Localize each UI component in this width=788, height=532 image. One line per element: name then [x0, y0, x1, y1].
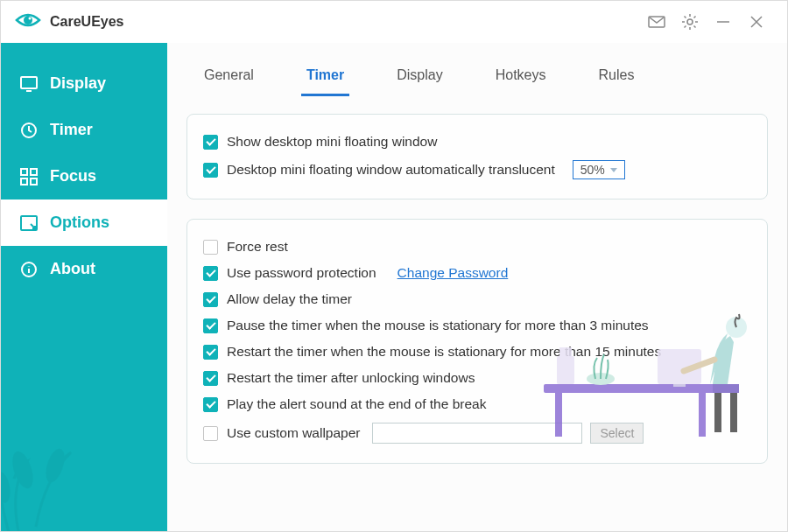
sidebar-item-display[interactable]: Display	[1, 60, 167, 107]
link-change-password[interactable]: Change Password	[398, 265, 509, 281]
tab-general[interactable]: General	[199, 60, 259, 96]
label-play-alert: Play the alert sound at the end of the b…	[227, 396, 486, 412]
svg-rect-10	[21, 169, 27, 175]
panel-timer-options: Force rest Use password protection Chang…	[186, 219, 768, 464]
svg-point-19	[42, 446, 67, 485]
label-allow-delay: Allow delay the timer	[227, 291, 352, 307]
svg-point-20	[1, 471, 12, 504]
tab-rules[interactable]: Rules	[593, 60, 639, 96]
sidebar-item-focus[interactable]: Focus	[1, 153, 167, 200]
checkbox-play-alert[interactable]	[203, 397, 218, 412]
titlebar: CareUEyes	[1, 1, 787, 43]
svg-rect-7	[21, 77, 37, 88]
label-force-rest: Force rest	[227, 239, 288, 255]
monitor-icon	[20, 75, 38, 93]
label-password-protection: Use password protection	[227, 265, 376, 281]
tab-hotkeys[interactable]: Hotkeys	[490, 60, 552, 96]
panel-floating-window: Show desktop mini floating window Deskto…	[186, 114, 768, 200]
svg-point-0	[24, 16, 32, 24]
label-restart-unlock: Restart the timer after unlocking window…	[227, 370, 475, 386]
checkbox-restart-stationary[interactable]	[203, 345, 218, 360]
settings-button[interactable]	[673, 5, 707, 38]
svg-rect-12	[21, 178, 27, 185]
sidebar: Display Timer Focus Options	[1, 43, 167, 531]
tab-display[interactable]: Display	[391, 60, 447, 96]
select-opacity[interactable]: 50%	[573, 160, 625, 179]
checkbox-pause-stationary[interactable]	[203, 318, 218, 333]
label-restart-stationary: Restart the timer when the mouse is stat…	[227, 344, 661, 360]
sidebar-item-label: Options	[50, 214, 109, 232]
checkbox-allow-delay[interactable]	[203, 292, 218, 307]
label-pause-stationary: Pause the timer when the mouse is statio…	[227, 318, 649, 333]
checkbox-password-protection[interactable]	[203, 266, 218, 281]
app-title: CareUEyes	[50, 14, 124, 30]
sidebar-item-label: Timer	[50, 121, 93, 139]
sidebar-item-label: About	[50, 260, 95, 278]
sidebar-item-options[interactable]: Options	[1, 200, 167, 246]
minimize-button[interactable]	[707, 5, 740, 38]
label-show-mini: Show desktop mini floating window	[227, 134, 437, 150]
chevron-down-icon	[610, 168, 617, 172]
svg-point-18	[9, 449, 38, 491]
checkbox-restart-unlock[interactable]	[203, 371, 218, 386]
sidebar-item-about[interactable]: About	[1, 246, 167, 292]
input-wallpaper-path[interactable]	[372, 423, 582, 444]
sidebar-item-label: Focus	[50, 167, 96, 186]
clock-icon	[20, 122, 38, 139]
close-button[interactable]	[740, 5, 773, 38]
grid-icon	[20, 168, 38, 186]
sidebar-item-timer[interactable]: Timer	[1, 107, 167, 153]
checkbox-show-mini[interactable]	[203, 135, 218, 150]
main-content: General Timer Display Hotkeys Rules Show…	[167, 43, 787, 531]
svg-rect-11	[31, 169, 37, 175]
sidebar-item-label: Display	[50, 74, 106, 93]
select-opacity-value: 50%	[580, 163, 605, 177]
app-logo-icon	[15, 10, 41, 34]
button-select-wallpaper[interactable]: Select	[590, 423, 644, 444]
feedback-button[interactable]	[640, 5, 673, 38]
app-window: CareUEyes Display	[0, 0, 788, 532]
svg-rect-13	[31, 178, 37, 185]
info-icon	[20, 261, 38, 278]
svg-point-1	[29, 18, 32, 20]
tab-timer[interactable]: Timer	[301, 60, 349, 96]
svg-point-3	[687, 19, 693, 24]
checkbox-auto-translucent[interactable]	[203, 163, 218, 178]
label-custom-wallpaper: Use custom wallpaper	[227, 425, 360, 441]
sidebar-decoration	[1, 382, 158, 531]
options-icon	[20, 214, 38, 232]
checkbox-force-rest[interactable]	[203, 240, 218, 255]
label-auto-translucent: Desktop mini floating window automatical…	[227, 162, 555, 178]
checkbox-custom-wallpaper[interactable]	[203, 426, 218, 441]
tabs: General Timer Display Hotkeys Rules	[186, 53, 768, 96]
